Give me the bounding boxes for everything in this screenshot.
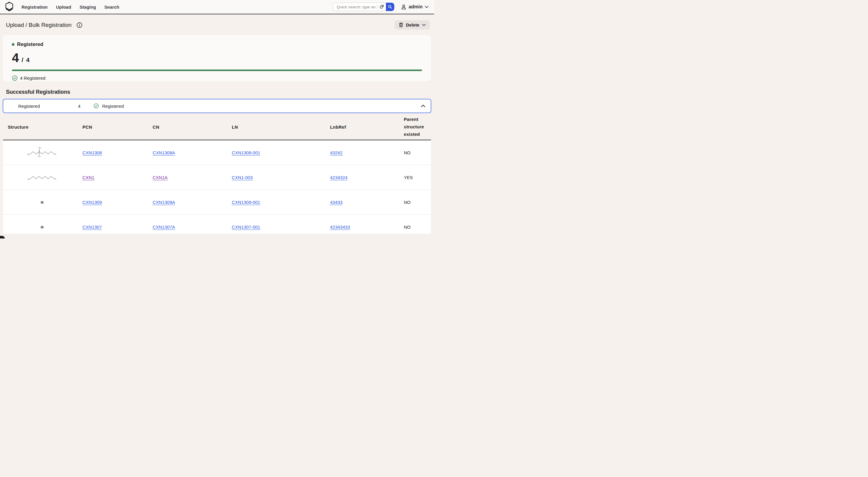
cn-link[interactable]: CXN1307A bbox=[153, 225, 175, 230]
structure-search-hexagon-icon[interactable] bbox=[379, 4, 384, 9]
user-menu[interactable]: admin bbox=[401, 4, 429, 10]
delete-button[interactable]: Delete bbox=[395, 20, 430, 30]
svg-text:CH₃: CH₃ bbox=[54, 154, 57, 155]
svg-text:H₃C: H₃C bbox=[28, 178, 30, 180]
quick-search-divider bbox=[377, 5, 377, 9]
summary-count: 4 / 4 bbox=[12, 52, 422, 64]
table-row: H₃C CH₃ CXN1 CXN1A CXN1-003 4234324 YES bbox=[3, 165, 431, 190]
cn-link[interactable]: CXN1308A bbox=[153, 150, 175, 155]
nav-item-staging[interactable]: Staging bbox=[80, 4, 96, 9]
summary-legend-label: Registered bbox=[17, 41, 43, 47]
column-header-structure: Structure bbox=[8, 125, 83, 130]
pcn-link[interactable]: CXN1309 bbox=[83, 200, 102, 205]
registered-group-header[interactable]: Registered 4 Registered bbox=[3, 99, 431, 113]
progress-bar-fill bbox=[12, 70, 422, 71]
column-header-ln: LN bbox=[232, 125, 330, 130]
parent-structure-existed-value: YES bbox=[404, 175, 431, 180]
table-header-row: Structure PCN CN LN LnbRef Parent struct… bbox=[3, 114, 431, 140]
table-row: H₃C CH₃ CH₃ CH₃ CXN1308 CXN1308A CXN1308… bbox=[3, 140, 431, 165]
structure-thumbnail-molecule: H₃C CH₃ bbox=[8, 171, 76, 183]
structure-thumbnail-molecule: H₃C CH₃ CH₃ CH₃ bbox=[8, 146, 76, 159]
total-count: 4 bbox=[26, 57, 30, 64]
summary-status-text: 4 Registered bbox=[20, 75, 45, 80]
nav-item-upload[interactable]: Upload bbox=[56, 4, 71, 9]
summary-status: 4 Registered bbox=[12, 75, 422, 81]
top-navbar: Registration Upload Staging Search bbox=[0, 0, 434, 14]
nav-item-search[interactable]: Search bbox=[104, 4, 119, 9]
structure-thumbnail-asterisk: * bbox=[8, 197, 76, 207]
main-nav: Registration Upload Staging Search bbox=[22, 4, 119, 9]
lnbref-link[interactable]: 43433 bbox=[330, 200, 343, 205]
svg-text:CH₃: CH₃ bbox=[38, 147, 41, 149]
ln-link[interactable]: CXN1-003 bbox=[232, 175, 253, 180]
chevron-up-icon[interactable] bbox=[421, 104, 425, 107]
parent-structure-existed-value: NO bbox=[404, 150, 431, 155]
table-row: * CXN1309 CXN1309A CXN1309-001 43433 NO bbox=[3, 190, 431, 215]
quick-search-field bbox=[333, 3, 386, 11]
ln-link[interactable]: CXN1307-001 bbox=[232, 225, 260, 230]
table-row: * CXN1307 CXN1307A CXN1307-001 42343433 … bbox=[3, 215, 431, 234]
group-label: Registered bbox=[18, 104, 78, 109]
column-header-lnbref: LnbRef bbox=[330, 125, 404, 130]
group-status: Registered bbox=[93, 103, 124, 109]
ln-link[interactable]: CXN1308-001 bbox=[232, 150, 260, 155]
cn-link[interactable]: CXN1309A bbox=[153, 200, 175, 205]
page-header: Upload / Bulk Registration bbox=[0, 14, 434, 35]
registered-count: 4 bbox=[12, 52, 19, 64]
search-submit-button[interactable] bbox=[386, 3, 394, 11]
quick-search bbox=[333, 3, 394, 11]
check-circle-icon bbox=[93, 103, 99, 109]
nav-item-registration[interactable]: Registration bbox=[22, 4, 48, 9]
asterisk-glyph: * bbox=[40, 225, 44, 232]
group-count: 4 bbox=[78, 104, 93, 109]
summary-legend: Registered bbox=[12, 41, 422, 47]
parent-structure-existed-value: NO bbox=[404, 200, 431, 205]
person-icon bbox=[401, 4, 406, 10]
info-icon[interactable] bbox=[76, 22, 83, 28]
main-content: Upload / Bulk Registration bbox=[0, 14, 434, 234]
count-separator: / bbox=[22, 57, 23, 64]
group-status-text: Registered bbox=[102, 104, 124, 109]
results-table: Structure PCN CN LN LnbRef Parent struct… bbox=[3, 114, 431, 234]
page-title: Upload / Bulk Registration bbox=[6, 22, 72, 28]
progress-bar-track bbox=[12, 70, 422, 71]
svg-text:CH₃: CH₃ bbox=[54, 178, 57, 180]
svg-text:H₃C: H₃C bbox=[28, 154, 30, 155]
column-header-cn: CN bbox=[153, 125, 232, 130]
registration-summary-card: Registered 4 / 4 4 Registered bbox=[3, 35, 431, 81]
navbar-right: admin bbox=[333, 3, 429, 11]
app-window: Registration Upload Staging Search bbox=[0, 0, 434, 238]
asterisk-glyph: * bbox=[40, 200, 44, 207]
ln-link[interactable]: CXN1309-001 bbox=[232, 200, 260, 205]
chevron-down-icon bbox=[422, 24, 426, 26]
check-circle-icon bbox=[12, 75, 18, 81]
lnbref-link[interactable]: 43242 bbox=[330, 150, 343, 155]
column-header-pcn: PCN bbox=[83, 125, 153, 130]
user-name: admin bbox=[409, 4, 423, 9]
column-header-parent-structure-existed: Parent structure existed bbox=[404, 116, 428, 138]
app-logo-hexagon-icon[interactable] bbox=[5, 1, 14, 12]
pcn-link[interactable]: CXN1 bbox=[83, 175, 94, 180]
lnbref-link[interactable]: 4234324 bbox=[330, 175, 347, 180]
parent-structure-existed-value: NO bbox=[404, 225, 431, 230]
green-legend-square bbox=[12, 43, 14, 46]
trash-icon bbox=[399, 23, 403, 28]
svg-text:CH₃: CH₃ bbox=[38, 156, 41, 157]
section-heading: Successful Registrations bbox=[6, 89, 434, 95]
lnbref-link[interactable]: 42343433 bbox=[330, 225, 350, 230]
quick-search-input[interactable] bbox=[336, 4, 376, 9]
delete-button-label: Delete bbox=[406, 23, 420, 28]
chevron-down-icon bbox=[425, 6, 429, 8]
pcn-link[interactable]: CXN1308 bbox=[83, 150, 102, 155]
magnifier-icon bbox=[388, 5, 392, 9]
structure-thumbnail-asterisk: * bbox=[8, 222, 76, 232]
cn-link[interactable]: CXN1A bbox=[153, 175, 167, 180]
bottom-left-dark-corner bbox=[0, 236, 5, 238]
pcn-link[interactable]: CXN1307 bbox=[83, 225, 102, 230]
